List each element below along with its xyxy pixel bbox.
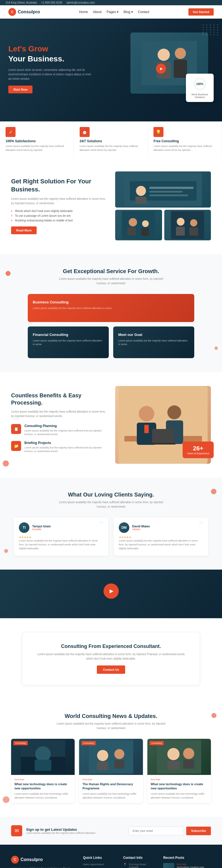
svg-rect-19	[141, 228, 149, 236]
service-cards: Business Consulting Lorem ipsum availabl…	[28, 294, 194, 358]
news-tag-0: Consulting	[13, 741, 28, 745]
badge-label: Work Business Solutions	[190, 93, 209, 99]
newsletter-subscribe-button[interactable]: Subscribe	[186, 827, 211, 835]
video-play-button[interactable]	[104, 584, 119, 599]
consulting-cta-button[interactable]: Contact Us	[97, 665, 125, 674]
svg-point-1	[158, 49, 170, 61]
nav-home[interactable]: Home	[79, 10, 88, 14]
post-title-0[interactable]: Technology creating new opportunities	[177, 866, 211, 868]
solution-description: Lorem ipsum availably but the majority h…	[11, 197, 107, 206]
news-body-1: Post Date The Human Rights and Democracy…	[79, 775, 143, 803]
svg-rect-17	[127, 227, 136, 236]
testimonial-header-1: DM David Malan Advisor	[119, 522, 199, 533]
svg-rect-38	[89, 740, 133, 774]
nav-pages[interactable]: Pages ▾	[107, 10, 118, 14]
testimonial-text-1: Lorem ipsum availably but the majority h…	[119, 539, 203, 551]
solution-list: Words which don't look even slightly bel…	[11, 210, 107, 222]
solution-content: Get Right Solution For Your Business. Lo…	[11, 178, 107, 234]
news-card-0: Consulting Post Date What new technology…	[11, 739, 75, 803]
newsletter-email-input[interactable]	[128, 827, 184, 835]
stat-icon-0: ✓	[5, 127, 15, 137]
svg-rect-33	[144, 425, 149, 433]
topbar-address: 214 King Street, Australia	[5, 1, 37, 4]
footer-quick-links: Quick Links Make Appointment Customer St…	[83, 856, 115, 868]
topbar-email: admin@consulpro.com	[66, 1, 95, 4]
news-date-0: Post Date	[14, 778, 71, 781]
topbar: 214 King Street, Australia +1-800-555-62…	[0, 0, 222, 5]
testimonials-section: What Our Loving Clients Saying. Lorem ip…	[0, 477, 222, 569]
nav-blog[interactable]: Blog ▾	[123, 10, 133, 14]
news-tag-2: Consulting	[150, 741, 164, 745]
svg-rect-40	[97, 762, 108, 770]
newsletter-title: Sign up to get Latest Updates	[26, 828, 96, 832]
avatar-1: DM	[119, 522, 129, 533]
news-title-0: What new technology does is create new o…	[14, 782, 71, 791]
progress-ring: 100%	[193, 77, 207, 91]
consulting-cta-section: Consulting From Experienced Consultant. …	[22, 632, 200, 685]
solution-illustration-2	[122, 211, 155, 239]
footer-posts-title: Recent Posts	[163, 856, 211, 860]
footer-link-0[interactable]: Make Appointment	[83, 863, 115, 866]
svg-point-36	[35, 746, 51, 762]
svg-rect-24	[189, 227, 198, 236]
service-card-business: Business Consulting Lorem ipsum availabl…	[28, 294, 194, 322]
news-illustration-0	[21, 740, 65, 774]
svg-rect-13	[149, 191, 183, 192]
benefits-title: Countless Benefits & Easy Processing.	[11, 392, 107, 406]
exceptional-section: Get Exceptional Service For Growth. Lore…	[0, 254, 222, 372]
svg-rect-4	[174, 60, 187, 78]
benefit-icon-1: 📁	[11, 441, 21, 451]
service-card-financial: Financial Consulting Lorem ipsum availab…	[28, 327, 109, 358]
svg-text:100%: 100%	[196, 83, 204, 86]
footer: C Consulpro Lorem ipsum availably but th…	[0, 845, 222, 868]
stat-text-2: Lorem ipsum availably but the majority h…	[153, 145, 216, 152]
newsletter-text: Sign up to get Latest Updates Lorem ipsu…	[26, 828, 96, 834]
news-image-1: Consulting	[79, 739, 143, 775]
news-illustration-2	[157, 740, 201, 774]
news-tag-1: Consulting	[81, 741, 96, 745]
stat-icon-1: ⏰	[80, 127, 89, 137]
exp-number: 26+	[187, 445, 209, 452]
post-info-0: Post Date Technology creating new opport…	[177, 863, 211, 868]
svg-rect-47	[183, 760, 194, 769]
svg-rect-15	[122, 211, 155, 239]
card-link-3[interactable]: →	[118, 349, 189, 352]
testimonial-meta-1: David Malan Advisor	[132, 525, 150, 531]
testimonial-role-0: Founder	[32, 528, 51, 531]
svg-point-18	[142, 220, 149, 227]
footer-post-0: Post Date Technology creating new opport…	[163, 863, 211, 868]
svg-point-16	[129, 218, 137, 226]
news-card-2: Consulting Post Date What new technology…	[147, 739, 211, 803]
card-title-0: Business Consulting	[33, 300, 189, 304]
testimonials-grid: " TI Tariqul Islam Founder ★★★★★ Lorem i…	[14, 517, 208, 556]
nav-contact[interactable]: Contact	[138, 10, 149, 14]
solution-cta-button[interactable]: Read More	[11, 226, 37, 234]
hero-cta-button[interactable]: Start Now	[8, 86, 33, 93]
svg-point-27	[139, 406, 154, 422]
hero-play-button[interactable]	[156, 64, 166, 74]
deco-circle-4	[211, 489, 217, 494]
nav-logo[interactable]: C Consulpro	[8, 8, 40, 16]
post-date-0: Post Date	[177, 863, 211, 866]
svg-rect-22	[176, 227, 185, 236]
news-description: Lorem ipsum availably but the majority h…	[56, 721, 166, 731]
exp-label: Years of Experience	[187, 452, 209, 455]
nav-cta-button[interactable]: Get Started	[188, 8, 214, 16]
benefit-desc-0: Lorem ipsum availably but the majority h…	[25, 429, 107, 436]
card-link-0[interactable]: →	[33, 313, 189, 316]
solution-image-2	[164, 210, 211, 240]
nav-about[interactable]: About	[93, 10, 102, 14]
stat-title-2: Free Consulting	[153, 139, 216, 143]
solution-illustration-3	[171, 211, 204, 239]
card-link-2[interactable]: →	[33, 349, 104, 352]
svg-point-41	[114, 749, 124, 759]
card-title-2: Financial Consulting	[33, 333, 104, 337]
address-icon: 📍	[123, 863, 126, 866]
benefit-item-0: 📋 Consulting Planning Lorem ipsum availa…	[11, 424, 107, 436]
svg-rect-11	[136, 197, 147, 204]
hero-description: Lorem ipsum dolor sit amet, consectetur …	[8, 68, 91, 81]
solution-images	[115, 172, 211, 240]
news-card-1: Consulting Post Date The Human Rights an…	[79, 739, 143, 803]
avatar-0: TI	[19, 522, 29, 533]
testimonial-role-1: Advisor	[132, 528, 150, 531]
